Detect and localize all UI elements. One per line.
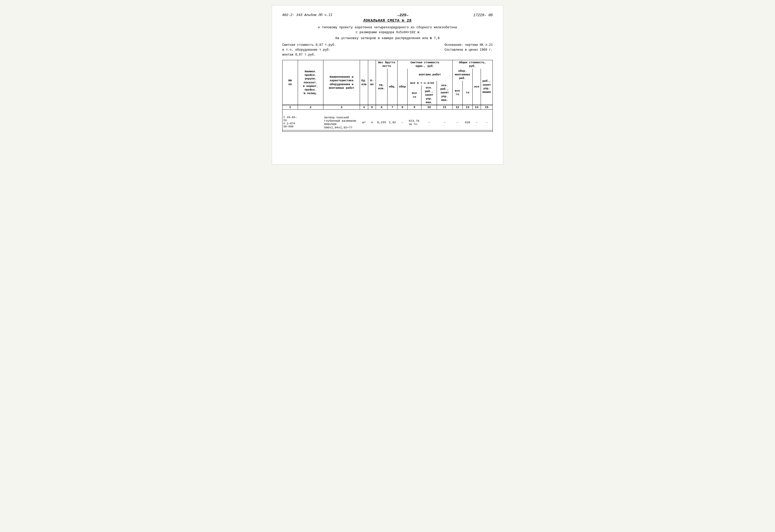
col-header-total-rab: раб.,занятупр.машин	[481, 69, 493, 105]
idx-11: II	[437, 105, 452, 110]
idx-7: 7	[387, 105, 397, 110]
cell-unit: шт	[360, 115, 368, 130]
col-header-name: Наименование ихарактеристикаоборудования…	[323, 60, 360, 105]
meta-basis-line1: Основание: чертежи НК л.21	[445, 43, 493, 48]
cell-cost-equip: –	[398, 115, 408, 130]
subtitle-line2: На установку затворов в камере распредел…	[282, 37, 493, 40]
col-header-unit-cost: Сметная стоимостьедин., руб.	[398, 60, 452, 69]
col-header-weight-unit: ед.изм.	[376, 69, 387, 105]
spacer-row	[282, 110, 493, 115]
idx-4: 4	[360, 105, 368, 110]
col-header-total-equip: обор. монтажных раб.	[452, 69, 473, 81]
col-header-total-osn: осн	[473, 69, 481, 105]
page: 902-2– 343 Альбом ЛП ч.II –225– 17229– 0…	[272, 5, 503, 165]
cell-weight-total: I,02	[387, 115, 397, 130]
col-header-total-to: то	[463, 81, 473, 105]
meta-cost-line2: в т.ч. оборудование т.руб.	[282, 48, 336, 52]
idx-3: 3	[323, 105, 360, 110]
col-header-unit: Ед.изм	[360, 60, 368, 105]
idx-1: I	[282, 105, 298, 110]
col-header-mount-vse-all: всего	[407, 85, 421, 105]
cell-total-rab: –	[481, 115, 493, 130]
cell-total-equip: –	[452, 115, 463, 130]
meta-cost-line3: монтаж 0,87 т.руб.	[282, 52, 336, 57]
table-row: I 29–03–I9п.2–07438–560 Затвор плоскийгл…	[282, 115, 493, 130]
idx-12: I2	[452, 105, 463, 110]
cell-empty-2	[298, 115, 323, 130]
cell-total-all: 626	[463, 115, 473, 130]
table-header-row1: №№пп Наимен.прейск.укрупн.показат.и норм…	[282, 60, 493, 69]
idx-10: IO	[422, 105, 437, 110]
idx-2: 2	[298, 105, 323, 110]
meta-right: Основание: чертежи НК л.21 Составлена в …	[445, 43, 493, 58]
col-header-qty: К-во	[368, 60, 376, 105]
cell-cost-mount-osn: –	[422, 115, 437, 130]
idx-15: I5	[481, 105, 493, 110]
cell-cost-mount-rab: –	[437, 115, 452, 130]
meta-basis-line2: Составлена в ценах 1969 г.	[445, 48, 493, 52]
meta-info: Сметная стоимость 0,87 т.руб. в т.ч. обо…	[282, 43, 493, 58]
col-header-cost-mount: монтажн.работ	[407, 69, 452, 81]
cell-item-name: Затвор плоскийглубинный размером900х5005…	[323, 115, 360, 130]
doc-number-left: 902-2– 343 Альбом ЛП ч.II	[282, 13, 332, 17]
col-header-pricebook: Наимен.прейск.укрупн.показат.и нормат.пр…	[298, 60, 323, 105]
col-header-weight: Вес бруттонетто	[376, 60, 398, 69]
page-number: –225–	[332, 13, 473, 17]
bottom-border-row	[282, 130, 493, 131]
cell-total-osn: –	[473, 115, 481, 130]
meta-left: Сметная стоимость 0,87 т.руб. в т.ч. обо…	[282, 43, 336, 58]
idx-6: 6	[376, 105, 387, 110]
cell-cost-mount-all: 6I3,76за тн.	[407, 115, 421, 130]
idx-14: I4	[473, 105, 481, 110]
doc-number-right: 17229– 08	[473, 13, 493, 17]
cell-weight-unit: 0,255	[376, 115, 387, 130]
meta-cost-line1: Сметная стоимость 0,87 т.руб.	[282, 43, 336, 48]
main-table: №№пп Наимен.прейск.укрупн.показат.и норм…	[282, 60, 493, 132]
col-header-cost-equip: обор	[398, 69, 408, 105]
top-header: 902-2– 343 Альбом ЛП ч.II –225– 17229– 0…	[282, 13, 493, 17]
cell-pricebook-code: I 29–03–I9п.2–07438–560	[282, 115, 298, 130]
idx-13: I3	[463, 105, 473, 110]
idx-5: 5	[368, 105, 376, 110]
col-header-mount-osn-rab: осн. раб.,занятупр.маш.	[422, 85, 437, 105]
idx-8: 8	[398, 105, 408, 110]
cell-qty: 4	[368, 115, 376, 130]
col-header-mount-vse: все в т.ч.3/пл	[407, 81, 437, 85]
col-header-total-all: всего	[452, 81, 463, 105]
main-table-wrapper: №№пп Наимен.прейск.укрупн.показат.и норм…	[282, 60, 493, 132]
idx-9: 9	[407, 105, 421, 110]
table-index-row: I 2 3 4 5 6 7 8 9 IO II I2 I3 I4 I5	[282, 105, 493, 110]
col-header-mount-osn: осн. раб.,занятупр.маш.	[437, 81, 452, 105]
subtitle-line1: к типовому проекту аэротенка четырехкори…	[282, 25, 493, 35]
document-title: ЛОКАЛЬНАЯ СМЕТА № 28	[282, 19, 493, 23]
col-header-total-cost: Общая стоимость,руб.	[452, 60, 493, 69]
col-header-weight-total: общ.	[387, 69, 397, 105]
col-header-num: №№пп	[282, 60, 298, 105]
